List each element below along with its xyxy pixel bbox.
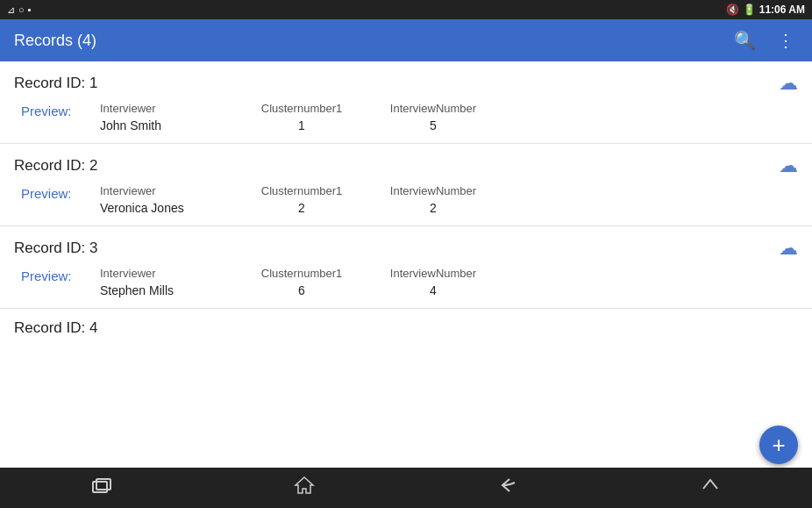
svg-marker-2 [296, 477, 313, 493]
preview-row-3: Stephen Mills 6 4 [100, 283, 798, 297]
col-header-cluster: Clusternumber1 [240, 267, 363, 280]
scroll-up-button[interactable] [682, 470, 738, 505]
interview-value-1: 5 [363, 118, 503, 132]
volume-off-icon: 🔇 [726, 4, 739, 16]
record-id-3: Record ID: 3 [14, 240, 97, 257]
cluster-value-1: 1 [240, 118, 363, 132]
more-options-button[interactable]: ⋮ [773, 26, 798, 54]
preview-label-3: Preview: [21, 267, 100, 283]
record-item: Record ID: 1 ☁ Preview: Interviewer Clus… [0, 61, 812, 144]
back-button[interactable] [480, 470, 536, 505]
interview-value-2: 2 [363, 201, 503, 215]
col-header-interviewer: Interviewer [100, 102, 240, 115]
cloud-upload-icon-3[interactable]: ☁ [779, 237, 798, 260]
preview-table-3: Interviewer Clusternumber1 InterviewNumb… [100, 267, 798, 297]
status-icons-left: ⊿ ○ ▪ [7, 4, 32, 16]
add-record-fab[interactable]: + [759, 426, 798, 464]
record-header: Record ID: 4 [14, 319, 798, 337]
svg-rect-0 [93, 482, 107, 492]
record-item: Record ID: 4 [0, 309, 812, 354]
record-item: Record ID: 2 ☁ Preview: Interviewer Clus… [0, 144, 812, 226]
col-header-interviewer: Interviewer [100, 184, 240, 197]
bottom-nav [0, 468, 812, 508]
signal-icon: ⊿ [7, 4, 15, 16]
preview-row-1: John Smith 1 5 [100, 118, 798, 132]
home-button[interactable] [276, 470, 332, 505]
status-icons-right: 🔇 🔋 11:06 AM [726, 4, 805, 16]
preview-section-1: Preview: Interviewer Clusternumber1 Inte… [14, 102, 798, 132]
record-id-4: Record ID: 4 [14, 319, 97, 337]
preview-table-1: Interviewer Clusternumber1 InterviewNumb… [100, 102, 798, 132]
col-header-interview: InterviewNumber [363, 102, 503, 115]
col-header-interview: InterviewNumber [363, 267, 503, 280]
top-bar: Records (4) 🔍 ⋮ [0, 19, 812, 61]
photo-icon: ▪ [28, 4, 32, 15]
preview-header-1: Interviewer Clusternumber1 InterviewNumb… [100, 102, 798, 115]
preview-label-2: Preview: [21, 184, 100, 201]
record-id-1: Record ID: 1 [14, 75, 97, 92]
cluster-value-2: 2 [240, 201, 363, 215]
notification-icon: ○ [18, 4, 25, 15]
preview-row-2: Veronica Jones 2 2 [100, 201, 798, 215]
preview-header-3: Interviewer Clusternumber1 InterviewNumb… [100, 267, 798, 280]
col-header-interviewer: Interviewer [100, 267, 240, 280]
battery-icon: 🔋 [743, 4, 756, 16]
record-header: Record ID: 2 ☁ [14, 154, 798, 177]
search-button[interactable]: 🔍 [730, 26, 759, 54]
interviewer-value-1: John Smith [100, 118, 240, 132]
col-header-cluster: Clusternumber1 [240, 102, 363, 115]
col-header-interview: InterviewNumber [363, 184, 503, 197]
preview-header-2: Interviewer Clusternumber1 InterviewNumb… [100, 184, 798, 197]
preview-section-3: Preview: Interviewer Clusternumber1 Inte… [14, 267, 798, 297]
time-display: 11:06 AM [759, 4, 805, 16]
page-title: Records (4) [14, 32, 96, 50]
col-header-cluster: Clusternumber1 [240, 184, 363, 197]
status-bar: ⊿ ○ ▪ 🔇 🔋 11:06 AM [0, 0, 812, 19]
records-list: Record ID: 1 ☁ Preview: Interviewer Clus… [0, 61, 812, 468]
preview-label-1: Preview: [21, 102, 100, 118]
cloud-upload-icon-2[interactable]: ☁ [779, 154, 798, 177]
interview-value-3: 4 [363, 283, 503, 297]
cloud-upload-icon-1[interactable]: ☁ [779, 72, 798, 95]
preview-table-2: Interviewer Clusternumber1 InterviewNumb… [100, 184, 798, 215]
interviewer-value-3: Stephen Mills [100, 283, 240, 297]
top-bar-actions: 🔍 ⋮ [730, 26, 798, 54]
interviewer-value-2: Veronica Jones [100, 201, 240, 215]
record-header: Record ID: 3 ☁ [14, 237, 798, 260]
record-header: Record ID: 1 ☁ [14, 72, 798, 95]
preview-section-2: Preview: Interviewer Clusternumber1 Inte… [14, 184, 798, 215]
cluster-value-3: 6 [240, 283, 363, 297]
svg-rect-1 [96, 479, 110, 490]
record-id-2: Record ID: 2 [14, 157, 97, 175]
recent-apps-button[interactable] [74, 471, 130, 504]
record-item: Record ID: 3 ☁ Preview: Interviewer Clus… [0, 226, 812, 309]
